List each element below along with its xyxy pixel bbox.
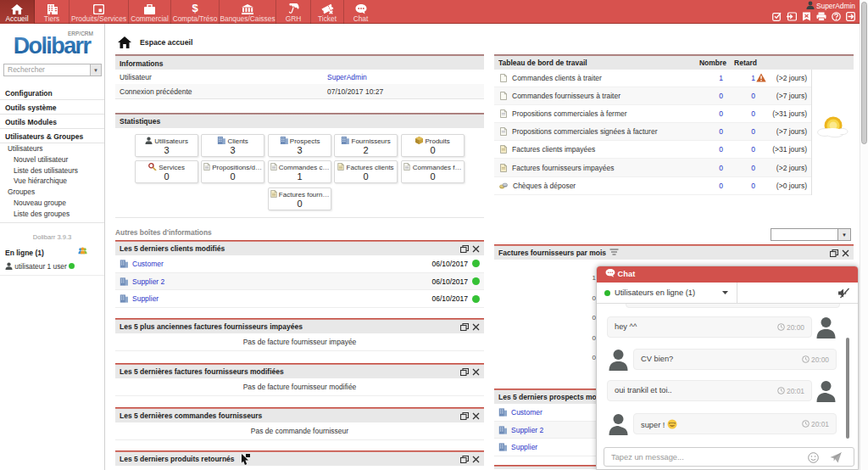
svg-text:Dolibarr: Dolibarr <box>13 33 92 58</box>
svg-text:ERP/CRM: ERP/CRM <box>68 31 93 36</box>
